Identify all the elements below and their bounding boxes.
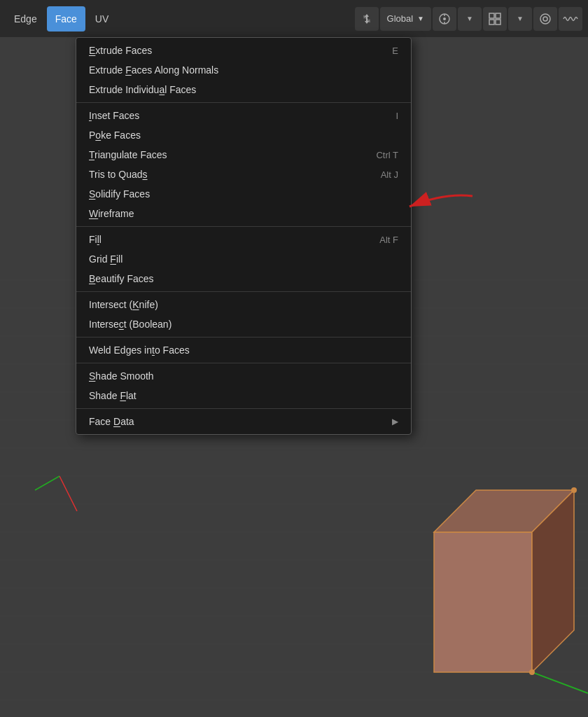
svg-point-41	[443, 18, 446, 20]
waveform-button[interactable]	[559, 7, 582, 31]
menu-item-shade-flat[interactable]: Shade Flat	[76, 386, 411, 405]
svg-rect-44	[489, 13, 494, 18]
svg-point-48	[540, 14, 550, 24]
separator-4	[76, 337, 411, 337]
menu-item-triangulate-faces[interactable]: Triangulate Faces Ctrl T	[76, 145, 411, 165]
snap-icon	[489, 13, 501, 25]
proportional-edit-button[interactable]	[533, 7, 557, 31]
shortcut-inset: I	[396, 111, 398, 121]
separator-2	[76, 226, 411, 227]
svg-point-49	[543, 17, 547, 21]
menu-item-solidify-faces[interactable]: Solidify Faces	[76, 184, 411, 204]
svg-point-38	[529, 669, 535, 675]
menu-label: Weld Edges into Faces	[89, 344, 190, 356]
submenu-arrow-icon: ▶	[392, 417, 398, 426]
menu-label: Wireframe	[89, 208, 134, 219]
shortcut-triangulate: Ctrl T	[376, 150, 398, 160]
menu-label: Extrude Individual Faces	[89, 84, 196, 95]
snap-button[interactable]	[483, 7, 507, 31]
menu-label: Beautify Faces	[89, 273, 154, 284]
global-dropdown[interactable]: Global ▼	[380, 7, 431, 31]
transform-icon	[360, 12, 374, 26]
svg-point-39	[571, 487, 577, 493]
face-dropdown-menu: Extrude Faces E Extrude Faces Along Norm…	[76, 37, 412, 435]
menu-label: Inset Faces	[89, 110, 139, 121]
waveform-icon	[563, 13, 578, 25]
proportional-icon	[539, 13, 552, 25]
menu-label: Poke Faces	[89, 130, 141, 141]
menu-item-tris-to-quads[interactable]: Tris to Quads Alt J	[76, 165, 411, 184]
menu-label: Fill	[89, 234, 102, 245]
global-label: Global	[387, 13, 414, 24]
menu-item-extrude-faces[interactable]: Extrude Faces E	[76, 41, 411, 60]
face-menu-button[interactable]: Face	[47, 6, 85, 32]
menu-label: Extrude Faces	[89, 45, 152, 56]
uv-menu-button[interactable]: UV	[87, 6, 117, 32]
menu-label: Extrude Faces Along Normals	[89, 64, 218, 76]
menu-item-weld-edges[interactable]: Weld Edges into Faces	[76, 340, 411, 360]
menu-label: Face Data	[89, 416, 134, 427]
separator-3	[76, 291, 411, 292]
separator-1	[76, 102, 411, 103]
svg-rect-45	[496, 13, 500, 18]
menu-label: Grid Fill	[89, 253, 122, 265]
menu-label: Intersect (Knife)	[89, 299, 158, 310]
dropdown-arrow-icon: ▼	[417, 15, 424, 22]
separator-5	[76, 363, 411, 363]
menu-item-inset-faces[interactable]: Inset Faces I	[76, 106, 411, 125]
menu-item-beautify-faces[interactable]: Beautify Faces	[76, 269, 411, 288]
pivot-icon	[438, 13, 451, 25]
menu-label: Solidify Faces	[89, 188, 150, 200]
menu-item-shade-smooth[interactable]: Shade Smooth	[76, 366, 411, 386]
edge-menu-button[interactable]: Edge	[6, 6, 46, 32]
menu-label: Tris to Quads	[89, 169, 148, 180]
separator-6	[76, 408, 411, 409]
snap-dropdown-button[interactable]: ▼	[508, 7, 532, 31]
shortcut-tris-quads: Alt J	[381, 169, 398, 180]
menu-item-extrude-individual[interactable]: Extrude Individual Faces	[76, 80, 411, 99]
svg-rect-46	[489, 20, 494, 25]
toolbar: Edge Face UV Global ▼ ▼ ▼	[0, 0, 588, 37]
menu-item-fill[interactable]: Fill Alt F	[76, 230, 411, 249]
menu-label: Shade Flat	[89, 390, 136, 401]
menu-item-poke-faces[interactable]: Poke Faces	[76, 125, 411, 145]
shortcut-extrude-faces: E	[392, 46, 398, 56]
svg-rect-47	[496, 20, 500, 25]
transform-icon-button[interactable]	[355, 7, 379, 31]
menu-label: Triangulate Faces	[89, 149, 167, 160]
menu-item-intersect-boolean[interactable]: Intersect (Boolean)	[76, 314, 411, 334]
svg-marker-34	[434, 532, 532, 672]
shortcut-fill: Alt F	[379, 235, 398, 245]
pivot-button[interactable]	[433, 7, 456, 31]
menu-item-extrude-along-normals[interactable]: Extrude Faces Along Normals	[76, 60, 411, 80]
menu-item-intersect-knife[interactable]: Intersect (Knife)	[76, 295, 411, 314]
menu-label: Shade Smooth	[89, 370, 154, 382]
menu-item-grid-fill[interactable]: Grid Fill	[76, 249, 411, 269]
pivot-dropdown-button[interactable]: ▼	[458, 7, 482, 31]
menu-label: Intersect (Boolean)	[89, 319, 172, 330]
menu-item-wireframe[interactable]: Wireframe	[76, 204, 411, 223]
menu-item-face-data[interactable]: Face Data ▶	[76, 412, 411, 431]
